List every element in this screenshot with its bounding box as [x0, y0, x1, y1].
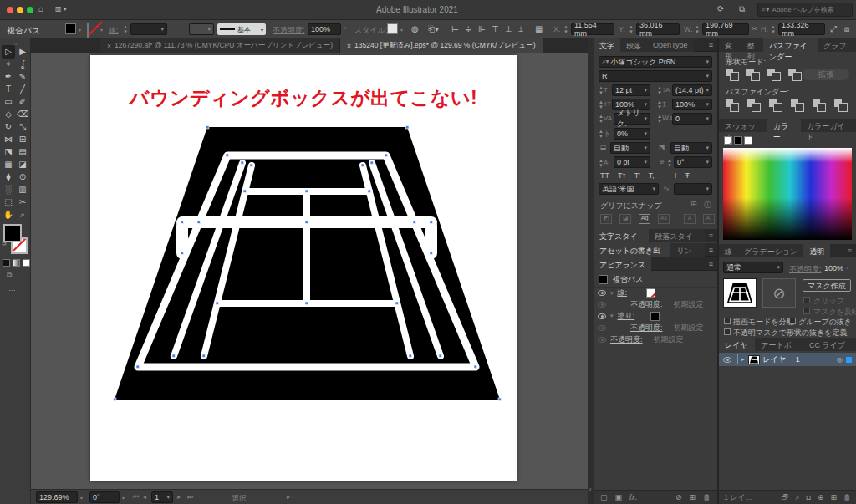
snap-baseline-button[interactable]: ◪	[619, 214, 631, 224]
leading-select[interactable]: (14.4 pt)▾	[672, 84, 712, 96]
first-artboard-icon[interactable]: ⏮	[133, 493, 139, 501]
appearance-opacity-row[interactable]: 不透明度: 初期設定	[594, 298, 717, 310]
knockout-group-checkbox[interactable]	[789, 318, 796, 324]
shape-minus-front-button[interactable]	[746, 69, 759, 79]
info-icon[interactable]: ⓘ	[704, 200, 711, 211]
arrange-windows-icon[interactable]: ⧉	[739, 4, 745, 14]
tool-column-graph[interactable]: ▥	[16, 183, 29, 196]
collect-for-export-icon[interactable]: 🗗	[781, 493, 788, 501]
invert-mask-checkbox[interactable]	[803, 308, 810, 314]
panel-menu-icon[interactable]: ≡	[705, 257, 717, 270]
glyph-options-icon[interactable]: ⊞	[690, 200, 697, 208]
pathfinder-trim-button[interactable]	[747, 99, 760, 110]
shape-exclude-button[interactable]	[788, 69, 801, 79]
pathfinder-minus-back-button[interactable]	[834, 99, 847, 110]
h-input[interactable]: 133.326 mm	[778, 23, 825, 35]
prev-artboard-icon[interactable]: ◂	[143, 493, 146, 501]
opacity-link[interactable]: 不透明度:	[610, 334, 643, 345]
delete-item-icon[interactable]: 🗑	[703, 493, 711, 501]
transform-more-icon[interactable]: ⤢	[830, 24, 837, 34]
tool-shaper[interactable]: ◇	[2, 108, 15, 121]
link-dimensions-icon[interactable]: ⚯	[752, 25, 757, 33]
visibility-eye-icon[interactable]	[598, 313, 606, 319]
kerning-select[interactable]: メトリク.▾	[614, 113, 650, 125]
strikethrough-button[interactable]: Ŧ	[685, 171, 690, 180]
help-search-input[interactable]: ⌕▾ Adobe ヘルプを検索	[757, 3, 853, 17]
tsume-select[interactable]: 0%▾	[614, 128, 650, 140]
style-swatch[interactable]	[387, 23, 398, 34]
tab-paragraph[interactable]: 段落	[620, 38, 647, 52]
tool-shape-builder[interactable]: ⬔	[2, 145, 15, 159]
expand-chevron-icon[interactable]: ▸	[741, 356, 745, 363]
tab-stroke-panel[interactable]: 線	[719, 244, 738, 257]
x-input[interactable]: 11.554 mm	[571, 23, 614, 35]
stroke-stepper[interactable]: ▲▼	[123, 24, 128, 34]
layer-row-selected[interactable]: ▸ レイヤー 1 ◎	[719, 353, 856, 366]
opacity-link[interactable]: 不透明度:	[630, 323, 663, 333]
tab-gradient-panel[interactable]: グラデーション	[738, 244, 803, 257]
aki-left-select[interactable]: 自動▾	[610, 142, 650, 154]
tool-selection[interactable]: ▷	[2, 45, 15, 59]
align-top-icon[interactable]: ⊤	[492, 24, 499, 33]
tab-layers[interactable]: レイヤー	[719, 338, 755, 351]
canvas-pasteboard[interactable]: バウンディングボックスが出てこない!	[31, 53, 588, 489]
panel-menu-icon[interactable]: ≡	[705, 229, 717, 242]
stroke-width-select[interactable]: ▾	[130, 23, 167, 35]
document-tab-inactive[interactable]: × 1267290.ai* @ 111.73 % (CMYK/CPU オーバープ…	[100, 38, 340, 53]
clear-appearance-icon[interactable]: ⊘	[675, 493, 682, 501]
snap-proximity-button[interactable]: A	[684, 214, 696, 224]
toolbar-more-button[interactable]: …	[8, 284, 17, 293]
tool-lasso[interactable]: ʆ	[16, 58, 29, 71]
appearance-opacity-row[interactable]: 不透明度: 初期設定	[594, 333, 717, 345]
workspace-switcher-icon[interactable]: ▥ ▾	[55, 5, 67, 13]
new-layer-icon[interactable]: ⊞	[830, 493, 837, 501]
w-stepper[interactable]: ▲▼	[695, 24, 700, 34]
tab-cc-libraries[interactable]: CC ライブラリ	[803, 338, 856, 351]
tab-color-guide[interactable]: カラーガイド	[801, 119, 856, 132]
tool-mesh[interactable]: ▦	[2, 158, 15, 171]
x-stepper[interactable]: ▲▼	[563, 24, 568, 34]
snap-x-height-button[interactable]: Ax	[658, 214, 670, 224]
h-stepper[interactable]: ▲▼	[771, 24, 776, 34]
gradient-mode-button[interactable]	[13, 259, 20, 267]
tool-free-transform[interactable]: ⊞	[16, 133, 29, 146]
snap-angle-button[interactable]: ◩	[600, 214, 612, 224]
document-tab-active[interactable]: × 135240 [更新済み].eps* @ 129.69 % (CMYK/プレ…	[340, 38, 543, 53]
panel-menu-icon[interactable]: ≡	[705, 38, 717, 51]
layer-visibility-eye-icon[interactable]	[723, 357, 731, 363]
locate-object-icon[interactable]: ⌕	[795, 493, 799, 502]
horizontal-scale-select[interactable]: 100%▾	[672, 99, 712, 110]
y-stepper[interactable]: ▲▼	[629, 24, 634, 34]
last-artboard-icon[interactable]: ⏭	[187, 493, 193, 501]
color-white-swatch[interactable]	[744, 136, 752, 145]
opacity-mask-define-checkbox[interactable]	[724, 328, 731, 335]
color-spectrum[interactable]	[723, 148, 852, 240]
traffic-zoom-button[interactable]	[27, 7, 33, 13]
layer-name[interactable]: レイヤー 1	[763, 354, 800, 365]
tool-pen[interactable]: ✒	[2, 70, 15, 84]
visibility-eye-icon[interactable]	[598, 337, 606, 343]
all-caps-button[interactable]: TT	[600, 171, 609, 180]
tab-color[interactable]: カラー	[767, 119, 801, 132]
tab-pathfinder[interactable]: パスファインダー	[763, 38, 818, 52]
duplicate-item-icon[interactable]: ⊞	[689, 493, 696, 501]
appearance-stroke-row[interactable]: ▾ 線:	[594, 287, 717, 298]
delete-layer-icon[interactable]: 🗑	[843, 493, 851, 501]
opacity-link[interactable]: 不透明度:	[630, 299, 663, 310]
fill-color-indicator[interactable]	[3, 224, 22, 242]
rotation-select[interactable]: 0°	[89, 491, 120, 503]
none-mode-button[interactable]	[23, 259, 30, 267]
tennis-court-artwork[interactable]	[113, 125, 502, 401]
w-input[interactable]: 190.769 mm	[702, 23, 749, 35]
fill-swatch[interactable]	[65, 23, 76, 34]
make-mask-button[interactable]: マスク作成	[802, 279, 851, 292]
align-right-icon[interactable]: ⊫	[478, 24, 486, 33]
next-artboard-icon[interactable]: ▸	[177, 493, 181, 501]
tracking-select[interactable]: 0▾	[672, 113, 712, 125]
tab-paragraph-styles[interactable]: 段落スタイル	[649, 229, 704, 242]
tool-zoom[interactable]: ⌕	[16, 208, 29, 221]
tool-rectangle[interactable]: ▭	[2, 95, 15, 109]
tool-artboard[interactable]: ⬚	[2, 196, 15, 209]
pathfinder-outline-button[interactable]	[813, 99, 825, 110]
opacity-mask-thumbnail[interactable]: ⊘	[762, 278, 796, 308]
